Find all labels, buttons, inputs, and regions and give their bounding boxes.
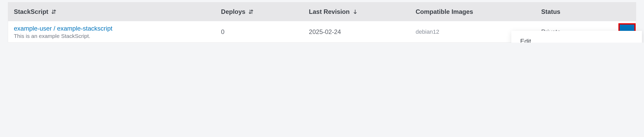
header-status-label: Status	[541, 8, 560, 15]
stackscript-link[interactable]: example-user / example-stackscript	[14, 24, 112, 32]
header-actions	[611, 8, 636, 15]
sort-desc-icon	[352, 9, 358, 15]
header-last-revision-label: Last Revision	[309, 8, 350, 15]
stackscript-description: This is an example StackScript.	[14, 33, 112, 39]
row-actions-menu: Edit Deploy New Linode Make StackScript …	[511, 31, 642, 43]
header-deploys-label: Deploys	[221, 8, 245, 15]
cell-deploys: 0	[215, 28, 303, 36]
cell-stackscript: example-user / example-stackscript This …	[8, 24, 215, 39]
cell-last-revision: 2025-02-24	[303, 28, 410, 36]
sort-both-icon	[51, 9, 57, 15]
header-last-revision[interactable]: Last Revision	[303, 8, 410, 15]
menu-item-edit[interactable]: Edit	[511, 31, 642, 43]
header-compatible-images: Compatible Images	[410, 8, 536, 15]
header-stackscript-label: StackScript	[14, 8, 48, 15]
header-compatible-images-label: Compatible Images	[416, 8, 473, 15]
header-status: Status	[535, 8, 611, 15]
header-deploys[interactable]: Deploys	[215, 8, 303, 15]
sort-both-icon	[248, 9, 254, 15]
table-header: StackScript Deploys Last	[8, 2, 636, 21]
header-stackscript[interactable]: StackScript	[8, 8, 215, 15]
